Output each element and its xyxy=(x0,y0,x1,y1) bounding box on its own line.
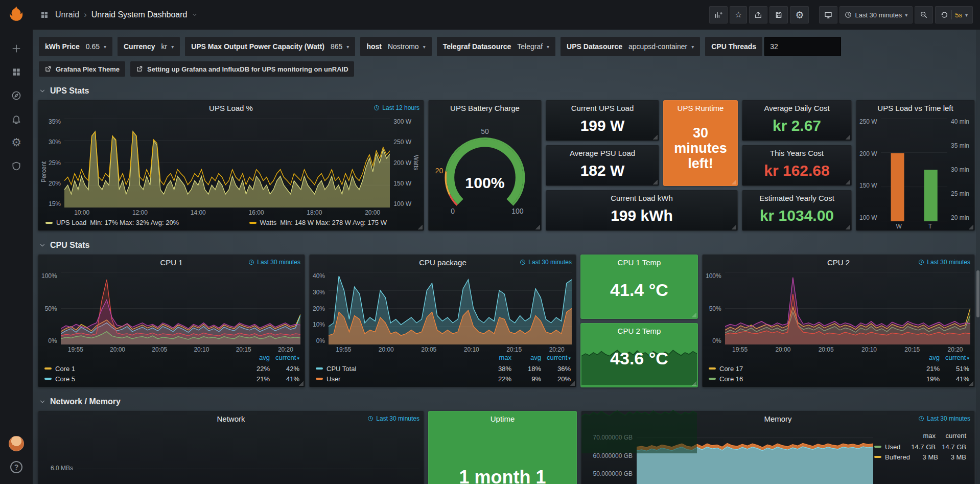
legend-header-current[interactable]: current xyxy=(936,432,966,442)
row-header-network-memory[interactable]: Network / Memory xyxy=(39,396,974,408)
page-scrollbar[interactable] xyxy=(976,30,980,484)
row-header-cpu-stats[interactable]: CPU Stats xyxy=(39,239,974,251)
legend-header-current[interactable]: current▾ xyxy=(270,354,299,363)
legend-header-current[interactable]: current▾ xyxy=(541,354,571,363)
panel-resize-handle[interactable] xyxy=(968,381,973,386)
variable-value-dropdown[interactable]: Telegraf▾ xyxy=(513,37,555,56)
panel-header[interactable]: Uptime xyxy=(429,411,576,426)
cpu1-chart[interactable] xyxy=(61,272,300,344)
panel-header[interactable]: Network Last 30 minutes xyxy=(38,411,424,426)
legend-series[interactable]: Core 5 xyxy=(44,375,240,383)
star-dashboard-button[interactable]: ☆ xyxy=(730,6,747,24)
panel-resize-handle[interactable] xyxy=(968,224,973,229)
cycle-view-mode-button[interactable] xyxy=(819,6,837,24)
caret-down-icon: ▾ xyxy=(905,12,907,18)
panel-header[interactable]: CPU 1 Last 30 minutes xyxy=(38,255,305,269)
legend-item-watts[interactable]: Watts Min: 148 W Max: 278 W Avg: 175 W xyxy=(249,219,387,226)
panel-resize-handle[interactable] xyxy=(845,179,850,185)
grafana-logo[interactable] xyxy=(8,5,25,25)
legend-series[interactable]: CPU Total xyxy=(316,365,482,373)
sidebar-alerting-button[interactable] xyxy=(0,107,33,131)
sidebar-dashboards-button[interactable] xyxy=(0,60,33,84)
ups-bar-chart[interactable] xyxy=(881,118,947,221)
legend-series[interactable]: Core 17 xyxy=(709,365,910,373)
legend-swatch xyxy=(874,446,881,448)
sidebar-explore-button[interactable] xyxy=(0,84,33,107)
row-header-ups-stats[interactable]: UPS Stats xyxy=(39,85,974,97)
sidebar-create-button[interactable] xyxy=(0,37,33,60)
panel-header[interactable]: UPS Load % Last 12 hours xyxy=(38,101,424,115)
cpu-package-chart[interactable] xyxy=(329,272,572,344)
panel-resize-handle[interactable] xyxy=(845,134,850,140)
legend-item-ups-load[interactable]: UPS Load Min: 17% Max: 32% Avg: 20% xyxy=(45,219,179,226)
panel-header[interactable]: UPS Battery Charge xyxy=(429,101,541,115)
breadcrumb-dashboard-title[interactable]: Unraid System Dashboard xyxy=(91,10,188,19)
sidebar-profile-button[interactable] xyxy=(0,432,33,455)
legend-series[interactable]: Buffered xyxy=(874,453,910,461)
breadcrumb-folder[interactable]: Unraid xyxy=(55,10,79,19)
panel-resize-handle[interactable] xyxy=(691,312,696,317)
panel-header[interactable]: Average PSU Load xyxy=(546,146,659,160)
legend-series-label: Core 16 xyxy=(719,375,743,383)
panel-resize-handle[interactable] xyxy=(691,381,696,386)
panel-header[interactable]: UPS Load vs Time left xyxy=(856,101,974,115)
add-panel-button[interactable] xyxy=(709,6,728,24)
variable-value-dropdown[interactable]: 0.65▾ xyxy=(82,37,112,56)
legend-header-avg[interactable]: avg xyxy=(240,354,270,363)
time-picker-button[interactable]: Last 30 minutes ▾ xyxy=(839,6,913,24)
legend-value-avg: 18% xyxy=(511,365,541,373)
dashboard-icon[interactable] xyxy=(40,10,49,19)
link-grafana-plex-theme[interactable]: Grafana Plex Theme xyxy=(39,61,125,77)
panel-resize-handle[interactable] xyxy=(570,381,575,386)
legend-series[interactable]: Core 1 xyxy=(44,365,240,373)
cpu2-chart[interactable] xyxy=(725,272,970,344)
panel-resize-handle[interactable] xyxy=(535,224,540,229)
ups-load-chart[interactable] xyxy=(64,118,390,208)
panel-header[interactable]: Current Load kWh xyxy=(546,191,737,205)
variable-value-dropdown[interactable]: 865▾ xyxy=(326,37,355,56)
zoom-out-time-button[interactable] xyxy=(915,6,933,24)
sidebar-help-button[interactable]: ? xyxy=(0,455,33,479)
panel-resize-handle[interactable] xyxy=(652,134,658,140)
legend-series[interactable]: Used xyxy=(874,443,905,451)
panel-header[interactable]: Average Daily Cost xyxy=(742,101,851,115)
chevron-down-icon[interactable] xyxy=(192,12,198,18)
panel-header[interactable]: CPU package Last 30 minutes xyxy=(310,255,576,269)
share-dashboard-button[interactable] xyxy=(749,6,767,24)
panel-resize-handle[interactable] xyxy=(845,224,850,229)
sidebar-configuration-button[interactable]: ⚙ xyxy=(0,131,33,154)
panel-resize-handle[interactable] xyxy=(417,224,423,229)
link-ups-monitoring-guide[interactable]: Setting up Grafana and InfluxDB for UPS … xyxy=(130,61,354,77)
gauge-value: 100% xyxy=(465,174,504,191)
dashboard-settings-button[interactable]: ⚙ xyxy=(790,6,809,24)
legend-series[interactable]: Core 16 xyxy=(709,375,910,383)
sidebar-admin-button[interactable] xyxy=(0,154,33,178)
variable-value-dropdown[interactable]: Nostromo▾ xyxy=(384,37,432,56)
panel-header[interactable]: Current UPS Load xyxy=(546,101,659,115)
panel-resize-handle[interactable] xyxy=(731,224,736,229)
cpu-threads-input[interactable] xyxy=(764,37,841,56)
x-tick: 20:15 xyxy=(904,346,920,354)
refresh-button[interactable]: 5s ▾ xyxy=(935,6,973,24)
panel-resize-handle[interactable] xyxy=(652,179,658,185)
variable-value-dropdown[interactable]: apcupsd-container▾ xyxy=(624,37,700,56)
legend-header-current[interactable]: current▾ xyxy=(940,354,969,363)
legend-series[interactable]: User xyxy=(316,375,482,383)
panel-header[interactable]: UPS Runtime xyxy=(664,101,737,115)
legend-header-avg[interactable]: avg xyxy=(511,354,541,363)
legend-series-label: Watts xyxy=(260,219,277,226)
panel-header[interactable]: CPU 1 Temp xyxy=(581,255,697,269)
panel-header[interactable]: CPU 2 Last 30 minutes xyxy=(703,255,974,269)
panel-resize-handle[interactable] xyxy=(298,381,304,386)
page-scrollbar-thumb[interactable] xyxy=(976,270,979,317)
legend-header-max[interactable]: max xyxy=(905,432,936,442)
y-axis-ticks-right: 40 min 35 min 30 min 25 min 20 min xyxy=(947,118,970,231)
legend-header-max[interactable]: max xyxy=(482,354,511,363)
panel-resize-handle[interactable] xyxy=(731,179,736,185)
legend-header-avg[interactable]: avg xyxy=(910,354,940,363)
network-chart[interactable] xyxy=(77,429,419,484)
save-dashboard-button[interactable] xyxy=(769,6,788,24)
panel-header[interactable]: This Years Cost xyxy=(742,146,851,160)
panel-header[interactable]: Estimated Yearly Cost xyxy=(742,191,851,205)
variable-value-dropdown[interactable]: kr▾ xyxy=(157,37,180,56)
